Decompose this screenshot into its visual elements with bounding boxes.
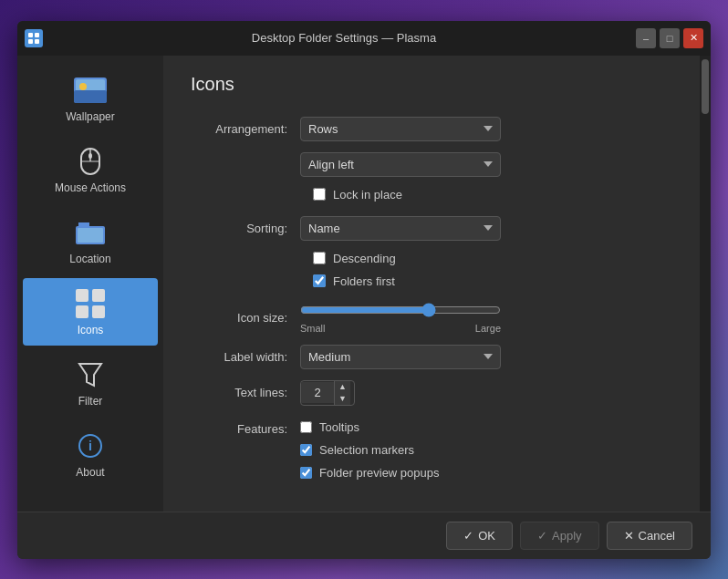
- svg-rect-15: [92, 289, 105, 302]
- sidebar-item-icons[interactable]: Icons: [23, 278, 158, 346]
- descending-label[interactable]: Descending: [333, 252, 396, 265]
- sidebar-wallpaper-label: Wallpaper: [66, 110, 115, 123]
- footer: ✓ OK ✓ Apply ✕ Cancel: [17, 512, 711, 559]
- about-icon: i: [74, 429, 107, 462]
- folders-first-checkbox[interactable]: [313, 274, 326, 287]
- text-lines-input[interactable]: [301, 382, 334, 403]
- minimize-button[interactable]: –: [636, 28, 656, 48]
- sidebar-item-mouse-actions[interactable]: Mouse Actions: [23, 136, 158, 203]
- cancel-label: Cancel: [639, 529, 675, 543]
- svg-point-7: [79, 83, 87, 90]
- sidebar-filter-label: Filter: [78, 395, 103, 408]
- scrollbar-thumb[interactable]: [702, 59, 709, 114]
- location-icon: [74, 216, 107, 249]
- selection-markers-checkbox[interactable]: [300, 444, 312, 456]
- lock-in-place-label[interactable]: Lock in place: [333, 188, 402, 202]
- apply-label: Apply: [552, 529, 582, 543]
- svg-text:i: i: [88, 439, 92, 453]
- apply-button[interactable]: ✓ Apply: [520, 522, 599, 550]
- arrangement-row: Arrangement: Rows Columns: [191, 117, 672, 141]
- spinbox-up-button[interactable]: ▲: [335, 381, 350, 393]
- tooltips-label[interactable]: Tooltips: [319, 420, 359, 434]
- ok-label: OK: [478, 529, 495, 543]
- lock-in-place-checkbox[interactable]: [313, 188, 326, 201]
- arrangement-label: Arrangement:: [191, 122, 300, 136]
- sidebar-item-filter[interactable]: Filter: [23, 349, 158, 417]
- icon-size-slider-container: Small Large: [300, 303, 501, 334]
- apply-checkmark-icon: ✓: [537, 529, 547, 543]
- svg-rect-2: [28, 39, 33, 44]
- sidebar-icons-label: Icons: [78, 324, 104, 336]
- cancel-x-icon: ✕: [624, 529, 634, 543]
- sorting-control: Name Size Date Type: [300, 216, 501, 241]
- label-width-label: Label width:: [191, 350, 300, 364]
- selection-markers-label[interactable]: Selection markers: [319, 443, 414, 457]
- close-button[interactable]: ✕: [683, 28, 703, 48]
- svg-rect-3: [35, 39, 39, 44]
- sidebar: Wallpaper Mouse Actions: [17, 56, 163, 512]
- arrangement-dropdown[interactable]: Rows Columns: [300, 117, 501, 141]
- main-window: Desktop Folder Settings — Plasma – □ ✕ W…: [17, 21, 711, 559]
- sidebar-item-about[interactable]: i About: [23, 420, 158, 488]
- svg-rect-17: [92, 305, 105, 318]
- sorting-label: Sorting:: [191, 222, 300, 235]
- icon-size-small-label: Small: [300, 323, 326, 334]
- svg-rect-13: [78, 228, 103, 243]
- svg-rect-0: [28, 33, 33, 37]
- sorting-dropdown[interactable]: Name Size Date Type: [300, 216, 501, 241]
- label-width-dropdown[interactable]: Small Medium Large Very large: [300, 345, 501, 369]
- svg-rect-16: [76, 305, 88, 318]
- filter-icon: [74, 358, 107, 391]
- content-area: Icons Arrangement: Rows Columns: [163, 56, 700, 512]
- text-lines-row: Text lines: ▲ ▼: [191, 380, 672, 406]
- main-content: Wallpaper Mouse Actions: [17, 56, 711, 512]
- spinbox-down-button[interactable]: ▼: [335, 393, 350, 405]
- svg-point-11: [88, 153, 92, 159]
- folder-preview-checkbox[interactable]: [300, 467, 312, 479]
- descending-checkbox[interactable]: [313, 252, 326, 264]
- icon-size-label: Icon size:: [191, 311, 300, 325]
- spinbox-buttons: ▲ ▼: [334, 381, 350, 405]
- app-icon: [25, 29, 43, 47]
- ok-checkmark-icon: ✓: [463, 529, 473, 543]
- arrangement-control: Rows Columns: [300, 117, 501, 141]
- sidebar-item-wallpaper[interactable]: Wallpaper: [23, 65, 158, 132]
- features-row: Features: Tooltips Selection markers: [191, 420, 672, 480]
- lock-in-place-row: Lock in place: [313, 188, 672, 202]
- svg-rect-1: [35, 33, 39, 37]
- sidebar-about-label: About: [76, 466, 104, 479]
- descending-row: Descending: [313, 252, 672, 265]
- mouse-actions-icon: [74, 145, 107, 178]
- align-control: Align left Align right Align center: [300, 152, 501, 177]
- icon-size-slider-track: [300, 303, 501, 321]
- align-row: Align left Align right Align center: [191, 152, 672, 177]
- label-width-row: Label width: Small Medium Large Very lar…: [191, 345, 672, 369]
- text-lines-label: Text lines:: [191, 386, 300, 399]
- icon-size-row: Icon size: Small Large: [191, 303, 672, 334]
- sidebar-location-label: Location: [69, 253, 110, 265]
- ok-button[interactable]: ✓ OK: [446, 522, 513, 550]
- maximize-button[interactable]: □: [660, 28, 680, 48]
- sorting-row: Sorting: Name Size Date Type: [191, 216, 672, 241]
- page-title: Icons: [191, 74, 672, 95]
- features-label: Features:: [191, 420, 300, 436]
- window-title: Desktop Folder Settings — Plasma: [52, 31, 636, 45]
- tooltips-checkbox[interactable]: [300, 421, 312, 433]
- align-dropdown[interactable]: Align left Align right Align center: [300, 152, 501, 177]
- sidebar-item-location[interactable]: Location: [23, 207, 158, 274]
- window-controls: – □ ✕: [636, 28, 703, 48]
- scrollbar[interactable]: [700, 56, 711, 512]
- titlebar: Desktop Folder Settings — Plasma – □ ✕: [17, 21, 711, 56]
- text-lines-spinbox: ▲ ▼: [300, 380, 355, 406]
- svg-rect-14: [76, 289, 88, 302]
- label-width-control: Small Medium Large Very large: [300, 345, 501, 369]
- cancel-button[interactable]: ✕ Cancel: [607, 522, 692, 550]
- folders-first-label[interactable]: Folders first: [333, 274, 395, 288]
- icon-size-labels: Small Large: [300, 323, 501, 334]
- svg-rect-6: [74, 90, 107, 103]
- sidebar-mouse-label: Mouse Actions: [55, 181, 126, 194]
- wallpaper-icon: [74, 74, 107, 107]
- icons-icon: [74, 287, 107, 320]
- icon-size-slider[interactable]: [300, 303, 501, 317]
- folder-preview-label[interactable]: Folder preview popups: [319, 466, 440, 480]
